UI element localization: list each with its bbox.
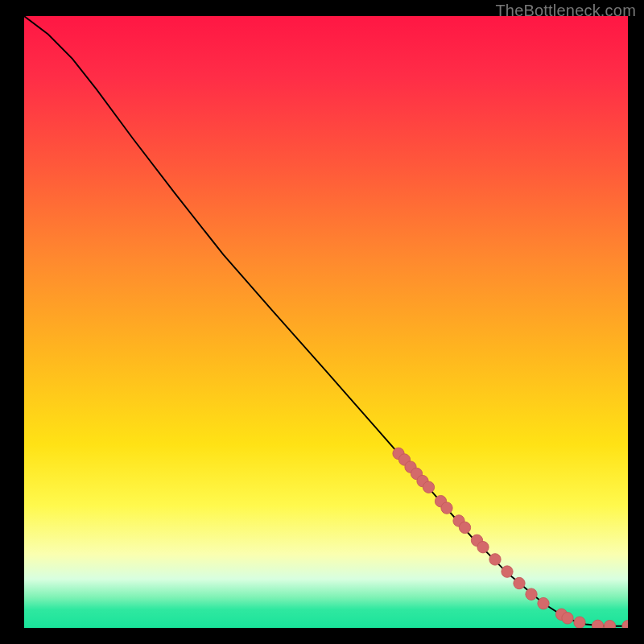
data-point-marker [423, 481, 434, 493]
plot-area [24, 16, 628, 628]
data-point-marker [622, 621, 628, 629]
data-point-marker [459, 522, 470, 533]
data-point-marker [489, 554, 501, 565]
chart-overlay [24, 16, 628, 628]
data-point-markers [393, 448, 628, 628]
data-point-marker [502, 566, 513, 577]
data-point-marker [477, 541, 489, 552]
data-point-marker [441, 502, 452, 514]
data-point-marker [514, 577, 525, 588]
data-point-marker [574, 617, 585, 628]
data-point-marker [562, 613, 573, 624]
bottleneck-curve-line [24, 16, 628, 626]
data-point-marker [604, 621, 615, 629]
data-point-marker [526, 588, 537, 600]
data-point-marker [592, 620, 603, 628]
chart-container: { "attribution": "TheBottleneck.com", "c… [0, 0, 644, 644]
data-point-marker [538, 597, 549, 609]
